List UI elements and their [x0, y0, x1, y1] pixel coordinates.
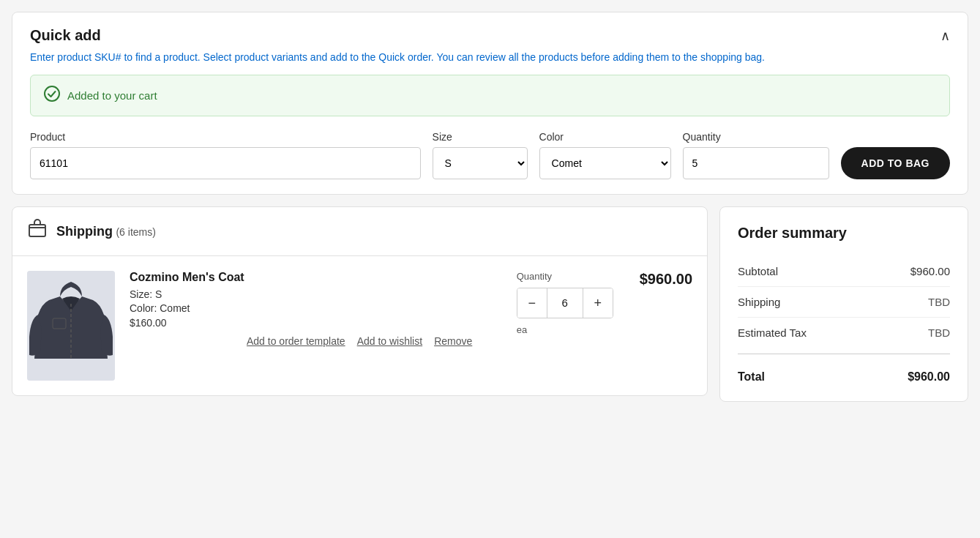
quantity-field-group: Quantity [683, 131, 829, 179]
tax-label: Estimated Tax [738, 326, 807, 339]
color-value-text: Comet [160, 302, 190, 314]
color-select[interactable]: Comet Black Navy Grey [539, 147, 671, 179]
subtotal-value: $960.00 [910, 265, 950, 277]
size-select[interactable]: S XS M L XL [433, 147, 528, 179]
order-summary-title: Order summary [738, 225, 950, 242]
add-to-bag-button[interactable]: ADD TO BAG [841, 147, 950, 179]
size-value-text: S [155, 288, 162, 300]
quantity-increase-button[interactable]: + [583, 288, 613, 318]
quantity-section: Quantity − 6 + ea [517, 271, 613, 335]
total-label: Total [738, 370, 765, 384]
quantity-value: 6 [547, 288, 583, 318]
subtotal-row: Subtotal $960.00 [738, 256, 950, 286]
success-check-icon [44, 86, 60, 105]
quick-add-panel: Quick add ∧ Enter product SKU# to find a… [12, 12, 968, 195]
product-row-inner: Cozmino Men's Coat Size: S Color: Comet … [130, 271, 692, 335]
lower-section: Shipping (6 items) [12, 206, 968, 402]
quick-add-header: Quick add ∧ [30, 27, 950, 44]
size-label: Size [433, 131, 528, 143]
shipping-summary-value: TBD [928, 296, 950, 308]
success-message: Added to your cart [67, 89, 157, 102]
shipping-title: Shipping [56, 224, 113, 239]
quick-add-title: Quick add [30, 27, 101, 44]
svg-point-0 [45, 86, 59, 101]
subtotal-label: Subtotal [738, 265, 778, 277]
product-field-group: Product [30, 131, 421, 179]
collapse-icon[interactable]: ∧ [940, 28, 950, 44]
quantity-input[interactable] [683, 147, 829, 179]
summary-divider [738, 354, 950, 354]
total-row: Total $960.00 [738, 360, 950, 384]
quantity-controls: − 6 + [517, 288, 613, 318]
quantity-label: Quantity [683, 131, 829, 143]
shipping-header: Shipping (6 items) [12, 207, 707, 256]
svg-rect-1 [29, 225, 45, 236]
order-summary-panel: Order summary Subtotal $960.00 Shipping … [719, 206, 968, 402]
quick-add-form: Product Size S XS M L XL Color Comet Bla… [30, 131, 950, 179]
color-label: Color [539, 131, 671, 143]
add-to-order-template-button[interactable]: Add to order template [247, 335, 345, 347]
product-unit-price: $160.00 [130, 317, 505, 329]
success-banner: Added to your cart [30, 75, 950, 116]
color-field-group: Color Comet Black Navy Grey [539, 131, 671, 179]
remove-button[interactable]: Remove [434, 335, 472, 347]
product-details: Cozmino Men's Coat Size: S Color: Comet … [130, 271, 505, 329]
quantity-section-label: Quantity [517, 271, 552, 282]
add-to-wishlist-button[interactable]: Add to wishlist [357, 335, 422, 347]
size-field-group: Size S XS M L XL [433, 131, 528, 179]
product-input[interactable] [30, 147, 421, 179]
shipping-summary-label: Shipping [738, 296, 780, 308]
product-size: Size: S [130, 288, 505, 300]
shipping-row: Shipping TBD [738, 286, 950, 317]
product-info-section: Cozmino Men's Coat Size: S Color: Comet … [130, 271, 692, 362]
product-row: Cozmino Men's Coat Size: S Color: Comet … [12, 256, 707, 395]
shipping-title-group: Shipping (6 items) [56, 224, 156, 239]
product-image [27, 271, 115, 381]
tax-row: Estimated Tax TBD [738, 317, 950, 348]
size-label-text: Size: [130, 288, 152, 300]
tax-value: TBD [928, 326, 950, 339]
shipping-panel: Shipping (6 items) [12, 206, 708, 396]
quantity-unit: ea [517, 324, 527, 335]
quick-add-description: Enter product SKU# to find a product. Se… [30, 51, 950, 63]
quantity-decrease-button[interactable]: − [517, 288, 547, 318]
product-total-price: $960.00 [640, 271, 692, 288]
total-value: $960.00 [908, 370, 950, 384]
product-color: Color: Comet [130, 302, 505, 314]
shipping-box-icon [27, 219, 48, 244]
color-label-text: Color: [130, 302, 157, 314]
product-label: Product [30, 131, 421, 143]
product-actions: Add to order template Add to wishlist Re… [232, 335, 692, 362]
shipping-item-count: (6 items) [116, 226, 155, 238]
product-name: Cozmino Men's Coat [130, 271, 505, 284]
